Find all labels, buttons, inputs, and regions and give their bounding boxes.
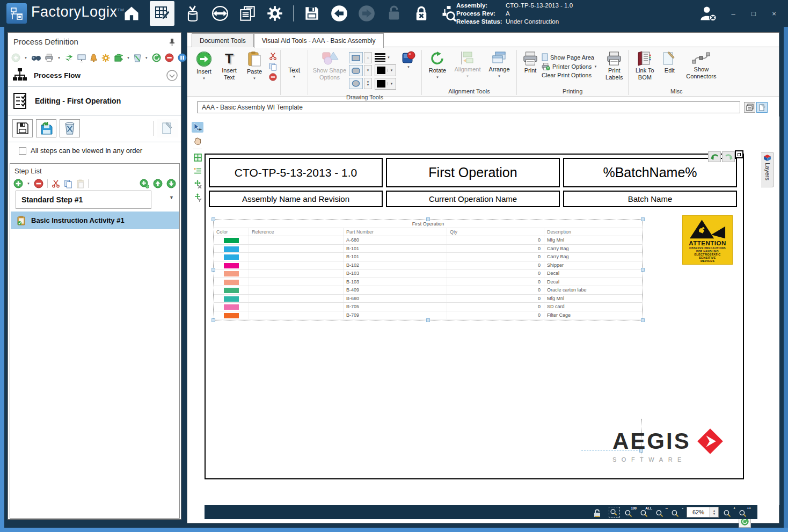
move-down-icon[interactable] bbox=[166, 179, 176, 188]
insert-button[interactable]: Insert▼ bbox=[191, 49, 217, 81]
ellipse-shape-button[interactable] bbox=[349, 78, 363, 89]
unlock-icon[interactable] bbox=[385, 4, 403, 23]
print-dropdown-icon[interactable]: ▼ bbox=[57, 56, 61, 60]
zoom-out-icon[interactable]: - bbox=[671, 507, 682, 518]
pages-button[interactable] bbox=[744, 102, 755, 113]
vendor-logo[interactable]: AEGIS SOFTWARE bbox=[612, 427, 724, 463]
operation-header-cell[interactable]: First Operation bbox=[386, 158, 560, 187]
remove-step-icon[interactable] bbox=[34, 179, 43, 188]
home-icon[interactable] bbox=[122, 4, 141, 23]
pin-icon[interactable] bbox=[169, 38, 176, 46]
insert-image-button[interactable]: ▼ bbox=[398, 49, 419, 69]
selection-corner-handle[interactable] bbox=[735, 150, 743, 158]
edit-template-button[interactable] bbox=[756, 102, 768, 113]
settings-gear-icon[interactable] bbox=[266, 4, 284, 23]
edit-button[interactable]: Edit bbox=[659, 49, 680, 74]
pause-icon[interactable] bbox=[178, 53, 187, 62]
shape-scroll-end-icon[interactable]: ▼▼ bbox=[364, 78, 372, 89]
design-canvas[interactable]: CTO-TP-5-13-2013 - 1.0 First Operation %… bbox=[188, 116, 779, 505]
move-up-icon[interactable] bbox=[153, 179, 163, 188]
zoom-in-fast-icon[interactable]: ++ bbox=[739, 507, 750, 518]
zoom-level-input[interactable]: 62% bbox=[687, 507, 710, 518]
bom-table-row[interactable]: B-680 0 Mfg Mnl bbox=[214, 295, 643, 303]
find-icon[interactable] bbox=[31, 54, 41, 62]
edit-notes-button[interactable] bbox=[157, 119, 178, 137]
exchange-icon[interactable] bbox=[64, 53, 74, 62]
paste-button[interactable]: Paste▼ bbox=[241, 49, 268, 81]
bom-table-row[interactable]: B-103 0 Decal bbox=[214, 278, 643, 287]
step-collapse-chevron-icon[interactable]: ▼ bbox=[169, 195, 174, 200]
delete-step-button[interactable] bbox=[60, 119, 80, 137]
presentation-icon[interactable] bbox=[77, 54, 86, 62]
add-step-dropdown-icon[interactable]: ▼ bbox=[27, 182, 30, 185]
arrange-button[interactable]: Arrange▼ bbox=[484, 49, 514, 78]
stop-minus-icon[interactable] bbox=[165, 53, 174, 62]
export-dropdown-icon[interactable]: ▼ bbox=[127, 56, 130, 60]
operation-header-label-cell[interactable]: Current Operation Name bbox=[386, 191, 560, 207]
move-anchor-tool[interactable] bbox=[192, 192, 203, 203]
paste-icon[interactable] bbox=[76, 179, 84, 188]
user-logout-icon[interactable] bbox=[699, 5, 717, 21]
fill-color-picker[interactable]: ▼ bbox=[375, 78, 396, 90]
shape-scroll-up-icon[interactable]: ▲ bbox=[364, 52, 372, 63]
selection-handle[interactable] bbox=[211, 268, 215, 272]
zoom-out-fast-icon[interactable]: -- bbox=[655, 507, 667, 518]
shape-scroll-down-icon[interactable]: ▼ bbox=[364, 65, 372, 76]
remove-icon[interactable] bbox=[269, 73, 277, 81]
zoom-selection-icon[interactable] bbox=[609, 507, 620, 518]
redo-button[interactable] bbox=[722, 151, 735, 162]
print-button[interactable]: Print bbox=[519, 49, 542, 74]
add-multiple-icon[interactable] bbox=[140, 179, 149, 188]
insert-text-button[interactable]: T Insert Text bbox=[217, 49, 241, 81]
selection-handle[interactable] bbox=[641, 217, 645, 221]
selection-handle[interactable] bbox=[211, 318, 215, 322]
rectangle-shape-button[interactable] bbox=[349, 52, 363, 63]
line-width-button[interactable]: ▼ bbox=[375, 52, 396, 63]
design-documents-icon[interactable] bbox=[150, 1, 174, 26]
bom-table-row[interactable]: B-409 0 Oracle carton labe bbox=[214, 286, 643, 295]
print-process-icon[interactable] bbox=[45, 54, 54, 62]
zoom-lock-icon[interactable] bbox=[593, 507, 604, 518]
forward-icon[interactable] bbox=[357, 4, 376, 23]
bom-table-row[interactable]: B-705 0 SD card bbox=[214, 303, 643, 311]
show-shape-options-button[interactable]: Show Shape Options bbox=[310, 49, 349, 81]
activity-item-selected[interactable]: Basic Instruction Activity #1 bbox=[11, 212, 179, 229]
close-button[interactable]: × bbox=[770, 10, 778, 18]
add-step-icon[interactable] bbox=[13, 179, 23, 188]
batch-header-cell[interactable]: %BatchName% bbox=[563, 158, 737, 187]
rounded-rectangle-shape-button[interactable] bbox=[349, 65, 363, 76]
bom-table-row[interactable]: B-101 0 Carry Bag bbox=[214, 253, 643, 261]
bom-table-row[interactable]: B-101 0 Carry Bag bbox=[214, 245, 643, 253]
print-labels-button[interactable]: Print Labels bbox=[602, 49, 626, 81]
add-process-icon[interactable] bbox=[11, 53, 20, 62]
pan-tool[interactable] bbox=[192, 135, 203, 146]
insert-list-tool[interactable] bbox=[192, 165, 203, 176]
zoom-all-icon[interactable]: ALL bbox=[640, 507, 651, 518]
copy-icon[interactable] bbox=[269, 62, 277, 71]
move-free-tool[interactable] bbox=[192, 179, 203, 190]
zoom-in-icon[interactable]: + bbox=[723, 507, 734, 518]
expand-down-icon[interactable] bbox=[166, 70, 178, 81]
esd-warning-sign[interactable]: ATTENTION OBSERVE PRECAUTIONS FOR HANDLI… bbox=[682, 215, 733, 265]
tab-visual-aid-tools[interactable]: Visual Aid Tools - AAA - Basic Assembly bbox=[254, 33, 384, 48]
add-dropdown-icon[interactable]: ▼ bbox=[24, 56, 27, 60]
insert-table-tool[interactable] bbox=[192, 152, 203, 163]
select-tool[interactable] bbox=[192, 122, 203, 133]
assembly-header-label-cell[interactable]: Assembly Name and Revision bbox=[209, 191, 383, 207]
document-name-input[interactable]: AAA - Basic Assembly WI Template bbox=[197, 101, 740, 113]
step-item[interactable]: Standard Step #1 bbox=[16, 191, 151, 209]
bell-icon[interactable] bbox=[90, 54, 98, 62]
tab-document-tools[interactable]: Document Tools bbox=[192, 33, 254, 47]
copy-icon[interactable] bbox=[64, 179, 72, 188]
reports-icon[interactable] bbox=[238, 4, 257, 23]
link-to-bom-button[interactable]: Link To BOM bbox=[631, 49, 659, 81]
save-icon[interactable] bbox=[303, 4, 321, 23]
minimize-button[interactable]: – bbox=[729, 10, 738, 18]
show-page-area-button[interactable]: Show Page Area bbox=[542, 53, 597, 61]
selection-handle[interactable] bbox=[211, 217, 215, 221]
delete-dropdown-icon[interactable]: ▼ bbox=[145, 56, 148, 60]
batch-header-label-cell[interactable]: Batch Name bbox=[563, 191, 737, 207]
back-icon[interactable] bbox=[330, 4, 348, 23]
show-connectors-button[interactable]: Show Connectors bbox=[680, 49, 722, 79]
cut-icon[interactable] bbox=[52, 179, 60, 188]
